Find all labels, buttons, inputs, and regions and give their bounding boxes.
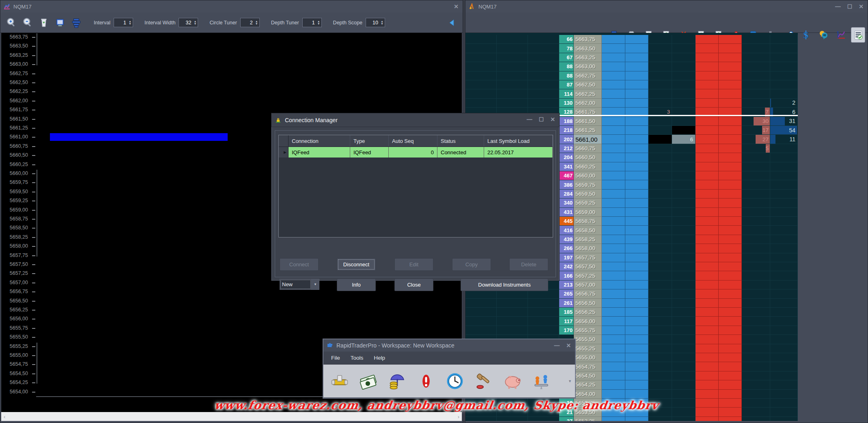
- ladder-cell[interactable]: [672, 289, 696, 298]
- piggy-bank-icon[interactable]: [503, 372, 522, 391]
- volume-highlight-bar[interactable]: [50, 133, 228, 141]
- ladder-cell[interactable]: [696, 44, 719, 53]
- screens-icon[interactable]: [54, 17, 66, 28]
- ladder-cell[interactable]: [625, 89, 648, 98]
- ladder-cell[interactable]: [672, 326, 696, 335]
- ladder-cell[interactable]: [719, 99, 742, 108]
- close-icon[interactable]: ✕: [454, 3, 459, 10]
- ladder-cell[interactable]: [696, 317, 719, 326]
- ladder-cell[interactable]: [719, 217, 742, 226]
- close-icon[interactable]: ✕: [550, 116, 555, 123]
- ladder-cell[interactable]: [742, 335, 770, 344]
- ladder-cell[interactable]: 11: [770, 135, 798, 144]
- ladder-cell[interactable]: 5: [742, 144, 770, 153]
- ladder-cell[interactable]: [497, 326, 528, 335]
- dialog-titlebar[interactable]: Connection Manager — ☐ ✕: [271, 113, 559, 127]
- ladder-cell[interactable]: [719, 80, 742, 89]
- volume-cell[interactable]: 66: [559, 35, 574, 44]
- price-cell[interactable]: 5663,75: [574, 35, 602, 44]
- ladder-cell[interactable]: [602, 53, 625, 62]
- ladder-cell[interactable]: [696, 180, 719, 189]
- column-header[interactable]: Type: [350, 135, 389, 147]
- ladder-cell[interactable]: [742, 399, 770, 408]
- ladder-cell[interactable]: [625, 144, 648, 153]
- ladder-cell[interactable]: [770, 71, 798, 80]
- spinner-value[interactable]: 32: [179, 20, 192, 26]
- connection-row[interactable]: ▶IQFeedIQFeed0Connected22.05.2017: [279, 147, 553, 158]
- auction-gavel-icon[interactable]: [474, 372, 493, 391]
- connection-cell[interactable]: Connected: [437, 147, 484, 158]
- ladder-cell[interactable]: [528, 62, 559, 71]
- field-spinner[interactable]: 1▲▼: [302, 18, 322, 27]
- column-header[interactable]: Last Symbol Load: [484, 135, 553, 147]
- ladder-cell[interactable]: [696, 390, 719, 399]
- volume-cell[interactable]: 265: [559, 289, 574, 298]
- ladder-cell[interactable]: [625, 344, 648, 353]
- ladder-cell[interactable]: [625, 308, 648, 317]
- ladder-cell[interactable]: [696, 190, 719, 199]
- ladder-cell[interactable]: [742, 226, 770, 235]
- price-cell[interactable]: 5658,75: [574, 217, 602, 226]
- volume-cell[interactable]: 204: [559, 153, 574, 162]
- ladder-cell[interactable]: [696, 217, 719, 226]
- ladder-cell[interactable]: [770, 335, 798, 344]
- ladder-cell[interactable]: [648, 35, 672, 44]
- ladder-cell[interactable]: [648, 362, 672, 371]
- ladder-cell[interactable]: [672, 226, 696, 235]
- ladder-cell[interactable]: [719, 162, 742, 171]
- ladder-cell[interactable]: [696, 262, 719, 271]
- ladder-cell[interactable]: [648, 281, 672, 289]
- ladder-cell[interactable]: [719, 253, 742, 262]
- ladder-cell[interactable]: [465, 89, 497, 98]
- ladder-cell[interactable]: [742, 217, 770, 226]
- volume-cell[interactable]: 431: [559, 208, 574, 217]
- ladder-cell[interactable]: [625, 117, 648, 126]
- ladder-cell[interactable]: [648, 217, 672, 226]
- price-cell[interactable]: 5654,75: [574, 362, 602, 371]
- funds-umbrella-icon[interactable]: [388, 372, 407, 391]
- ladder-cell[interactable]: [648, 253, 672, 262]
- ladder-cell[interactable]: [770, 299, 798, 308]
- ladder-cell[interactable]: [648, 190, 672, 199]
- ladder-cell[interactable]: [648, 62, 672, 71]
- ladder-cell[interactable]: [648, 271, 672, 280]
- ladder-cell[interactable]: [648, 226, 672, 235]
- volume-cell[interactable]: 439: [559, 235, 574, 244]
- ladder-cell[interactable]: [602, 335, 625, 344]
- ladder-cell[interactable]: [770, 53, 798, 62]
- ladder-cell[interactable]: [742, 281, 770, 289]
- ladder-cell[interactable]: [742, 62, 770, 71]
- maximize-icon[interactable]: ☐: [539, 116, 544, 123]
- ladder-cell[interactable]: [648, 299, 672, 308]
- ladder-cell[interactable]: [696, 362, 719, 371]
- ladder-cell[interactable]: [770, 344, 798, 353]
- ladder-cell[interactable]: [625, 326, 648, 335]
- ladder-cell[interactable]: [770, 217, 798, 226]
- ladder-cell[interactable]: [672, 380, 696, 389]
- workspace-titlebar[interactable]: RapidTraderPro - Workspace: New Workspac…: [323, 339, 575, 352]
- volume-cell[interactable]: 67: [559, 53, 574, 62]
- ladder-cell[interactable]: [770, 253, 798, 262]
- field-spinner[interactable]: 10▲▼: [366, 18, 385, 27]
- price-cell[interactable]: 5656,00: [574, 317, 602, 326]
- ladder-cell[interactable]: [648, 244, 672, 253]
- close-icon[interactable]: ✕: [566, 342, 571, 349]
- price-cell[interactable]: 5654,00: [574, 390, 602, 399]
- price-cell[interactable]: 5657,75: [574, 253, 602, 262]
- dollar-icon[interactable]: S: [801, 30, 811, 40]
- connection-cell[interactable]: IQFeed: [350, 147, 389, 158]
- ladder-cell[interactable]: [672, 208, 696, 217]
- ladder-cell[interactable]: [602, 235, 625, 244]
- ladder-cell[interactable]: 54: [770, 126, 798, 135]
- ladder-cell[interactable]: [602, 253, 625, 262]
- ladder-cell[interactable]: [742, 380, 770, 389]
- ladder-cell[interactable]: [770, 326, 798, 335]
- price-cell[interactable]: 5653,25: [574, 417, 602, 421]
- column-header[interactable]: Status: [437, 135, 484, 147]
- chat-icon[interactable]: [818, 30, 829, 40]
- minimize-icon[interactable]: —: [554, 342, 560, 349]
- ladder-cell[interactable]: [648, 144, 672, 153]
- price-cell[interactable]: 5663,00: [574, 62, 602, 71]
- price-cell[interactable]: 5661,00: [574, 135, 602, 144]
- toolbar-overflow-icon[interactable]: ▼: [568, 379, 572, 383]
